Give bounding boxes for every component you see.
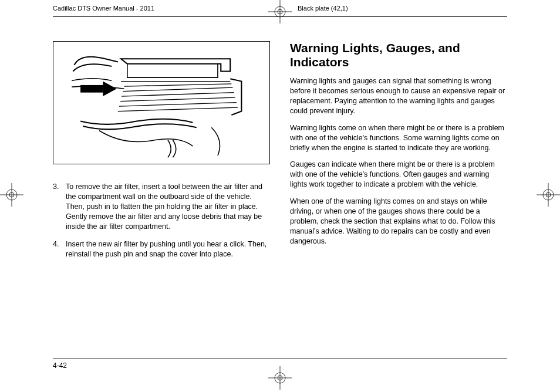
svg-line-23 (119, 103, 237, 106)
instruction-step-3: 3. To remove the air filter, insert a to… (66, 182, 270, 231)
svg-line-20 (123, 87, 232, 91)
step-number: 4. (53, 239, 59, 249)
page-number: 4-42 (53, 361, 67, 370)
air-filter-diagram (53, 41, 270, 164)
instruction-list: 3. To remove the air filter, insert a to… (53, 182, 270, 259)
svg-line-24 (118, 107, 238, 111)
section-title: Warning Lights, Gauges, and Indicators (290, 41, 507, 69)
paragraph: When one of the warning lights comes on … (290, 197, 507, 246)
step-number: 3. (53, 182, 59, 192)
svg-line-22 (120, 97, 235, 101)
registration-mark-top (268, 0, 292, 26)
plate-info: Black plate (42,1) (262, 5, 507, 12)
paragraph: Gauges can indicate when there might be … (290, 160, 507, 190)
paragraph: Warning lights and gauges can signal tha… (290, 76, 507, 116)
svg-marker-17 (103, 82, 116, 97)
right-column: Warning Lights, Gauges, and Indicators W… (290, 41, 507, 345)
content-area: 3. To remove the air filter, insert a to… (53, 41, 507, 345)
svg-line-21 (122, 93, 234, 96)
svg-line-19 (124, 84, 231, 86)
paragraph: Warning lights come on when there might … (290, 123, 507, 153)
step-text: To remove the air filter, insert a tool … (66, 183, 262, 231)
step-text: Insert the new air filter by pushing unt… (66, 240, 266, 258)
manual-title: Cadillac DTS Owner Manual - 2011 (53, 5, 262, 12)
registration-mark-right (537, 183, 560, 209)
instruction-step-4: 4. Insert the new air filter by pushing … (66, 239, 270, 259)
footer-rule (53, 359, 507, 359)
registration-mark-left (0, 183, 23, 209)
header-rule (53, 16, 507, 17)
registration-mark-bottom (268, 366, 292, 392)
svg-rect-16 (80, 85, 103, 93)
left-column: 3. To remove the air filter, insert a to… (53, 41, 270, 345)
